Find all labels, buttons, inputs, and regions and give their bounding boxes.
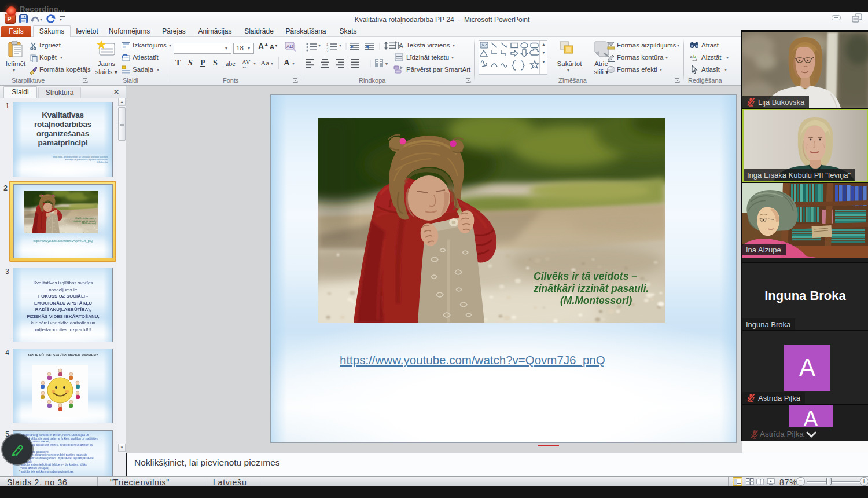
svg-text:▾: ▾	[318, 43, 321, 48]
svg-text:▾: ▾	[385, 61, 388, 67]
svg-text:A: A	[399, 43, 403, 49]
svg-text:3: 3	[326, 49, 329, 53]
svg-text:AB: AB	[286, 43, 293, 49]
svg-text:▾: ▾	[339, 43, 341, 48]
svg-text:a: a	[690, 54, 693, 59]
svg-text:b: b	[693, 54, 696, 59]
